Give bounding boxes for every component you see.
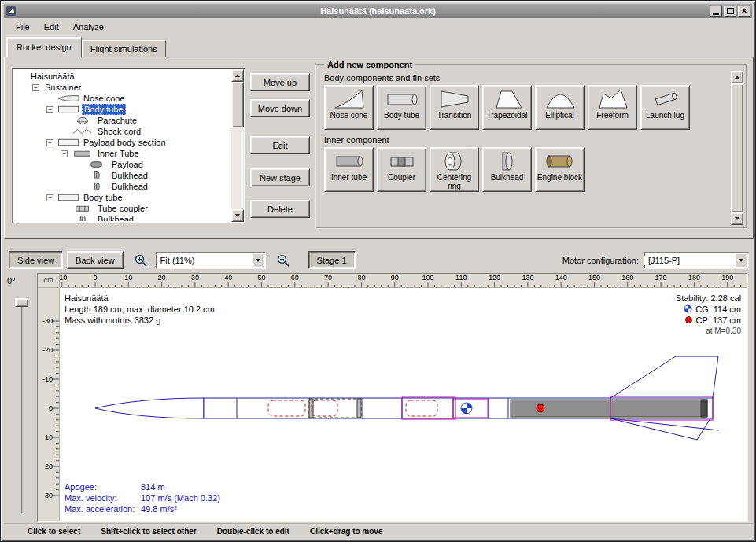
minimize-button[interactable] (710, 6, 722, 17)
shockcord-icon (72, 127, 94, 136)
tab-rocket-design[interactable]: Rocket design (6, 37, 82, 58)
add-engine-block-button[interactable]: Engine block (535, 147, 585, 192)
title-bar[interactable]: Haisunäätä (haisunaata.ork) ✕ (4, 4, 752, 18)
tree-expander-icon[interactable]: − (46, 139, 57, 146)
add-freeform-button[interactable]: Freeform (588, 85, 637, 130)
add-bulkhead-button[interactable]: Bulkhead (482, 147, 532, 192)
tab-bar: Rocket designFlight simulations (6, 36, 166, 57)
svg-text:-30: -30 (42, 317, 53, 325)
scrollbar-thumb[interactable] (231, 82, 244, 127)
add-body-tube-button[interactable]: Body tube (377, 85, 426, 130)
palette-caption: Transition (437, 111, 472, 120)
arrow-down-icon (739, 259, 743, 262)
menu-item-analyze[interactable]: Analyze (66, 20, 111, 34)
side-view-button[interactable]: Side view (9, 251, 63, 269)
add-nose-cone-button[interactable]: Nose cone (324, 85, 374, 130)
delete-button[interactable]: Delete (250, 200, 310, 218)
add-inner-tube-button[interactable]: Inner tube (324, 147, 374, 192)
menu-item-file[interactable]: File (9, 20, 37, 34)
add-launch-lug-button[interactable]: Launch lug (640, 85, 690, 130)
rocket-info: Haisunäätä Length 189 cm, max. diameter … (65, 293, 215, 326)
back-view-button[interactable]: Back view (67, 251, 124, 269)
flight-stat-label: Max. velocity: (65, 492, 141, 503)
svg-text:30: 30 (45, 492, 53, 500)
close-icon: ✕ (741, 7, 747, 15)
svg-text:0: 0 (49, 404, 53, 412)
add-coupler-button[interactable]: Coupler (377, 147, 426, 192)
menu-item-edit[interactable]: Edit (37, 20, 66, 34)
scroll-up-button[interactable] (231, 69, 244, 82)
add-centering-ring-button[interactable]: Centering ring (430, 147, 479, 192)
tree-item-haisun-t[interactable]: Haisunäätä (15, 71, 230, 82)
fin-projection[interactable] (610, 418, 710, 440)
tree-scrollbar[interactable] (231, 69, 244, 222)
zoom-select[interactable]: Fit (11%) (156, 252, 266, 269)
tree-item-bulkhead[interactable]: Bulkhead (15, 181, 230, 192)
new-stage-button[interactable]: New stage (250, 168, 310, 186)
scroll-down-button[interactable] (231, 209, 244, 222)
motor-config-select[interactable]: [J115-P] (644, 252, 749, 269)
tab-flight-simulations[interactable]: Flight simulations (82, 40, 166, 57)
tree-item-shock-cord[interactable]: Shock cord (15, 126, 230, 137)
dropdown-arrow-icon[interactable] (252, 253, 264, 267)
add-elliptical-button[interactable]: Elliptical (535, 85, 585, 130)
tree-expander-icon[interactable]: − (61, 150, 72, 157)
bulkhead-shape[interactable] (357, 399, 361, 418)
tree-item-nose-cone[interactable]: Nose cone (15, 93, 230, 104)
svg-text:-20: -20 (42, 346, 53, 354)
tree-expander-icon[interactable]: − (32, 84, 43, 91)
tree-item-sustainer[interactable]: −Sustainer (15, 82, 230, 93)
palette-scrollbar[interactable] (731, 71, 743, 225)
tree-item-bulkhead[interactable]: Bulkhead (15, 214, 230, 221)
palette-row: Nose coneBody tubeTransitionTrapezoidalE… (324, 85, 739, 130)
tree-item-payload-body-section[interactable]: −Payload body section (15, 137, 230, 148)
tree-expander-icon[interactable]: − (46, 106, 57, 113)
tree-item-inner-tube[interactable]: −Inner Tube (15, 148, 230, 159)
tree-item-body-tube[interactable]: −Body tube (15, 104, 230, 115)
add-trapezoidal-button[interactable]: Trapezoidal (482, 85, 532, 130)
view-toolbar: Side viewBack view Fit (11%) Stage 1 Mot… (4, 249, 754, 271)
palette-section-label: Inner component (324, 135, 739, 145)
rotation-slider-thumb[interactable] (15, 298, 28, 307)
flight-stat-row: Max. acceleration:49.8 m/s² (65, 503, 220, 514)
tree-item-body-tube[interactable]: −Body tube (15, 192, 230, 203)
close-button[interactable]: ✕ (738, 6, 750, 17)
bulkhead-icon (490, 149, 525, 173)
status-hint: Click to select (28, 527, 80, 536)
tree-item-payload[interactable]: Payload (15, 159, 230, 170)
rocket-canvas[interactable]: Haisunäätä Length 189 cm, max. diameter … (60, 288, 747, 521)
palette-caption: Inner tube (331, 173, 367, 182)
dropdown-arrow-icon[interactable] (735, 253, 747, 267)
move-down-button[interactable]: Move down (250, 99, 310, 117)
nose-cone-shape[interactable] (95, 398, 204, 418)
fin-shape[interactable] (610, 356, 718, 398)
motor-config-value: [J115-P] (644, 256, 734, 265)
rocket-view: cm -100102030405060708090100110120130140… (37, 273, 748, 522)
add-transition-button[interactable]: Transition (430, 85, 479, 130)
tree-item-bulkhead[interactable]: Bulkhead (15, 170, 230, 181)
arrow-up-icon (235, 74, 240, 77)
nosecone-icon (57, 94, 79, 103)
zoom-out-button[interactable] (273, 251, 293, 270)
rotation-slider[interactable] (21, 301, 24, 514)
vertical-ruler: -30-20-100102030 (38, 288, 60, 521)
scrollbar-thumb[interactable] (731, 83, 743, 212)
tree-expander-icon[interactable]: − (46, 194, 57, 201)
tree-item-tube-coupler[interactable]: Tube coupler (15, 203, 230, 214)
zoom-in-button[interactable] (131, 251, 151, 270)
design-panel: Haisunäätä−SustainerNose cone−Body tubeP… (4, 57, 754, 239)
scroll-down-button[interactable] (731, 212, 743, 225)
edit-button[interactable]: Edit (250, 136, 310, 154)
tree-item-parachute[interactable]: Parachute (15, 115, 230, 126)
maximize-icon (727, 8, 734, 14)
motor-config-label: Motor configuration: (562, 256, 639, 265)
stage-1-toggle[interactable]: Stage 1 (308, 251, 356, 269)
palette-caption: Elliptical (545, 111, 574, 120)
app-icon[interactable] (6, 6, 17, 17)
svg-text:30: 30 (191, 274, 199, 282)
bodytube-icon (385, 87, 419, 111)
rocket-mass: Mass with motors 3832 g (65, 315, 215, 326)
move-up-button[interactable]: Move up (250, 73, 310, 91)
scroll-up-button[interactable] (731, 71, 743, 83)
maximize-button[interactable] (724, 6, 736, 17)
